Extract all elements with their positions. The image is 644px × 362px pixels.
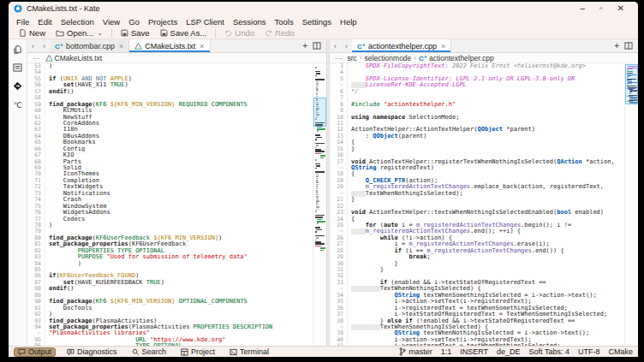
status-soft-tabs-4[interactable]: Soft Tabs: 4 bbox=[529, 347, 569, 356]
save-as-button[interactable]: Save As... bbox=[155, 28, 212, 39]
toolbar-separator bbox=[111, 29, 112, 38]
status-insert[interactable]: INSERT bbox=[460, 347, 488, 356]
status-master[interactable]: master bbox=[399, 347, 432, 356]
code-line: TextWhenNothingIsSelected); bbox=[351, 191, 624, 197]
toolview-label: Search bbox=[142, 347, 167, 356]
tool-sidebar: ℃ bbox=[9, 39, 27, 346]
minimap-line bbox=[316, 192, 318, 193]
menu-item-file[interactable]: File bbox=[12, 17, 33, 27]
left-line-numbers: 5354555657585960616263646566676869707172… bbox=[27, 63, 45, 346]
terminal-icon bbox=[230, 348, 237, 356]
diagnostics-toolview-button[interactable]: Diagnostics bbox=[63, 347, 121, 357]
code-line: void ActionTextHelper::textsWhenNothingI… bbox=[351, 210, 624, 216]
breadcrumb-segment[interactable]: selectionmode bbox=[365, 54, 412, 62]
menu-item-tools[interactable]: Tools bbox=[271, 17, 298, 27]
minimap-line bbox=[316, 180, 318, 181]
redo-button: Redo bbox=[259, 28, 300, 39]
tab-cmakelists-txt[interactable]: CMakeLists.txt× bbox=[129, 39, 210, 52]
minimize-button[interactable]: – bbox=[581, 4, 586, 13]
lsp-symbols-tool-button[interactable]: ℃ bbox=[12, 98, 24, 110]
project-toolview-button[interactable]: Project bbox=[177, 347, 218, 357]
menu-item-projects[interactable]: Projects bbox=[144, 17, 182, 27]
project-panel-tool-button[interactable] bbox=[12, 62, 24, 74]
menu-item-sessions[interactable]: Sessions bbox=[229, 17, 271, 27]
menu-item-help[interactable]: Help bbox=[336, 17, 361, 27]
minimap-line bbox=[316, 190, 318, 192]
documents-tool-button[interactable] bbox=[12, 44, 24, 56]
minimap-line bbox=[315, 143, 325, 145]
overflow-dots-icon[interactable]: ⋯ bbox=[33, 54, 41, 62]
minimap-line bbox=[315, 71, 320, 73]
code-line: PURPOSE "Used for submission of telemetr… bbox=[49, 254, 313, 260]
menu-item-selection[interactable]: Selection bbox=[57, 17, 98, 27]
right-code-area[interactable]: SPDX-FileCopyrightText: 2022 Felix Ernst… bbox=[348, 63, 624, 346]
tab-bottombar-cpp[interactable]: C⁺bottombar.cpp× bbox=[50, 39, 129, 52]
new-tab-button[interactable]: + bbox=[302, 42, 307, 50]
menu-item-settings[interactable]: Settings bbox=[298, 17, 336, 27]
code-line: Parts bbox=[49, 159, 313, 165]
window-title: CMakeLists.txt - Kate bbox=[27, 4, 100, 13]
minimap-viewport[interactable] bbox=[313, 98, 326, 127]
minimap-viewport[interactable] bbox=[625, 64, 638, 104]
code-line: */ bbox=[351, 89, 624, 95]
status-cmake[interactable]: CMake bbox=[608, 347, 633, 356]
tab-close-icon[interactable]: × bbox=[119, 42, 123, 50]
chevron-down-icon[interactable]: ⌄ bbox=[97, 29, 103, 37]
save-button[interactable]: Save bbox=[116, 28, 155, 39]
menu-item-go[interactable]: Go bbox=[124, 17, 144, 27]
left-minimap-scrollbar[interactable] bbox=[313, 63, 326, 346]
maximize-button[interactable]: ▫ bbox=[599, 4, 603, 13]
breadcrumb-segment[interactable]: C⁺actiontexthelper.cpp bbox=[419, 54, 494, 62]
close-button[interactable]: ✕ bbox=[617, 4, 624, 13]
tab-scroll-right-icon[interactable]: › bbox=[39, 39, 50, 52]
kate-app-icon bbox=[14, 4, 22, 13]
code-line: endif() bbox=[49, 89, 313, 95]
right-tabbar: ‹›C⁺actiontexthelper.cpp×+ bbox=[330, 39, 638, 53]
code-line: } bbox=[351, 267, 624, 273]
status-1-1[interactable]: 1:1 bbox=[441, 347, 452, 356]
minimap-line bbox=[316, 174, 319, 175]
code-line: } bbox=[351, 197, 624, 203]
search-toolview-button[interactable]: Search bbox=[128, 347, 170, 357]
minimap-line bbox=[315, 168, 317, 169]
code-line: Bookmarks bbox=[49, 139, 313, 145]
open-button[interactable]: Open...⌄ bbox=[51, 28, 108, 39]
tab-scroll-right-icon[interactable]: › bbox=[341, 39, 352, 52]
new-tab-button[interactable]: + bbox=[614, 42, 619, 50]
status-utf-8[interactable]: UTF-8 bbox=[578, 347, 600, 356]
output-toolview-button[interactable]: Output bbox=[14, 347, 56, 357]
new-button[interactable]: New bbox=[14, 28, 51, 39]
breadcrumb-segment[interactable]: src bbox=[348, 54, 357, 62]
breadcrumb-label: src bbox=[348, 54, 357, 62]
status-de-de[interactable]: de_DE bbox=[497, 347, 521, 356]
tab-scroll-left-icon[interactable]: ‹ bbox=[330, 39, 341, 52]
tab-close-icon[interactable]: × bbox=[200, 42, 204, 50]
terminal-toolview-button[interactable]: Terminal bbox=[226, 347, 272, 357]
left-editor[interactable]: 5354555657585960616263646566676869707172… bbox=[27, 63, 326, 346]
minimap-line bbox=[316, 137, 322, 139]
minimap-line bbox=[315, 67, 317, 68]
right-breadcrumb: ⋯src›selectionmode›C⁺actiontexthelper.cp… bbox=[330, 53, 638, 63]
minimap-line bbox=[315, 231, 317, 233]
menu-item-view[interactable]: View bbox=[98, 17, 124, 27]
right-minimap-scrollbar[interactable] bbox=[624, 63, 638, 346]
minimap-line bbox=[316, 194, 319, 196]
right-editor[interactable]: 345~67891011121314151617~181920~21222324… bbox=[330, 63, 638, 346]
breadcrumb-segment[interactable]: CMakeLists.txt bbox=[45, 54, 103, 62]
minimap-line bbox=[315, 217, 323, 218]
tab-actiontexthelper-cpp[interactable]: C⁺actiontexthelper.cpp× bbox=[352, 39, 451, 52]
split-view-icon[interactable] bbox=[313, 42, 321, 50]
tab-scroll-left-icon[interactable]: ‹ bbox=[27, 39, 39, 52]
tab-close-icon[interactable]: × bbox=[441, 42, 445, 50]
save-icon bbox=[121, 29, 128, 37]
git-tool-button[interactable] bbox=[12, 80, 24, 92]
split-view-icon[interactable] bbox=[624, 42, 633, 50]
left-code-area[interactable]: ) if (UNIX AND NOT APPLE) set(HAVE_X11 T… bbox=[45, 63, 313, 346]
overflow-dots-icon[interactable]: ⋯ bbox=[335, 54, 343, 62]
minimap-line bbox=[316, 165, 320, 167]
code-line: } bbox=[351, 146, 624, 152]
code-line: CoreAddons bbox=[49, 121, 313, 127]
menu-item-lsp-client[interactable]: LSP Client bbox=[182, 17, 229, 27]
redo-icon bbox=[265, 29, 272, 37]
menu-item-edit[interactable]: Edit bbox=[33, 17, 56, 27]
